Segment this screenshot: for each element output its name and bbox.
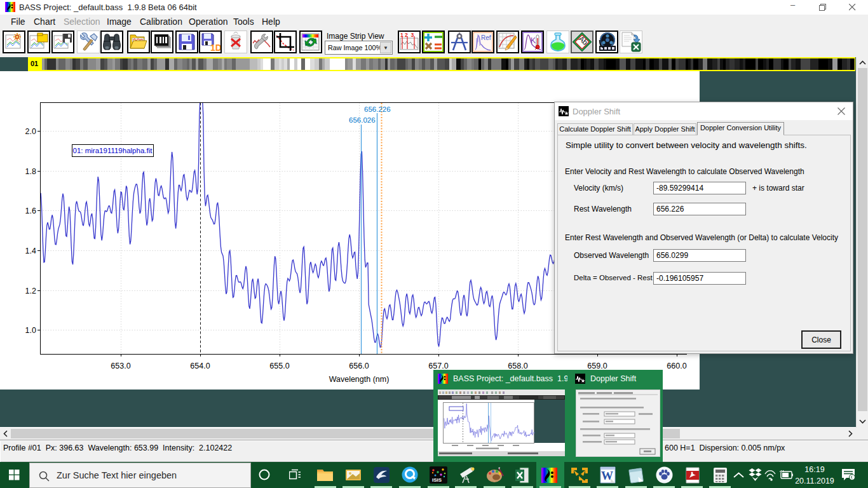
svg-text:658.0: 658.0 xyxy=(508,362,527,370)
svg-text:Wavelength (nm): Wavelength (nm) xyxy=(329,375,390,384)
svg-text:656.226: 656.226 xyxy=(364,105,391,113)
svg-text:1.4: 1.4 xyxy=(25,247,36,255)
svg-text:Ref: Ref xyxy=(481,34,491,41)
svg-text:656.026: 656.026 xyxy=(349,116,376,124)
svg-text:656.0: 656.0 xyxy=(349,362,369,370)
svg-text:654.0: 654.0 xyxy=(190,362,210,370)
svg-text:1.6: 1.6 xyxy=(25,207,36,215)
svg-text:655.0: 655.0 xyxy=(269,362,289,370)
svg-text:660.0: 660.0 xyxy=(667,362,686,370)
svg-text:1 2 3: 1 2 3 xyxy=(400,32,414,38)
svg-text:659.0: 659.0 xyxy=(587,362,607,370)
svg-text:ISIS: ISIS xyxy=(432,477,442,483)
svg-text:657.0: 657.0 xyxy=(428,362,448,370)
svg-text:1.8: 1.8 xyxy=(25,167,36,176)
svg-text:1.2: 1.2 xyxy=(25,287,36,295)
svg-text:653.0: 653.0 xyxy=(111,362,130,370)
svg-text:2.0: 2.0 xyxy=(25,127,36,136)
svg-text:1.0: 1.0 xyxy=(25,326,36,335)
svg-text:K: K xyxy=(531,36,536,45)
svg-text:01: mira191119halpha.fit: 01: mira191119halpha.fit xyxy=(73,147,153,154)
svg-text:1D: 1D xyxy=(210,43,220,52)
